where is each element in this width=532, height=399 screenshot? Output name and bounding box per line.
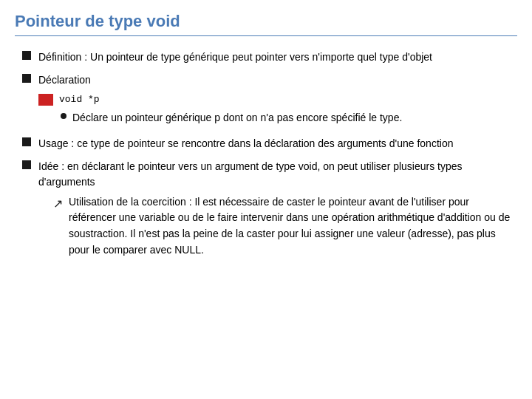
page: Pointeur de type void Définition : Un po… [0,0,532,399]
bullet-icon [22,74,31,83]
definition-text: Définition : Un pointeur de type génériq… [38,50,517,65]
coercion-item: ↗ Utilisation de la coercition : Il est … [53,194,517,259]
red-square-icon [38,94,53,106]
code-row: void *p [38,92,517,107]
list-item: Usage : ce type de pointeur se rencontre… [22,136,517,151]
sub-bullet-item: Déclare un pointeur générique p dont on … [61,110,517,126]
usage-text: Usage : ce type de pointeur se rencontre… [38,136,517,151]
content-area: Définition : Un pointeur de type génériq… [15,50,517,258]
list-item: Idée : en déclarant le pointeur vers un … [22,159,517,259]
bullet-icon [22,137,31,146]
list-item: Définition : Un pointeur de type génériq… [22,50,517,65]
arrow-icon: ↗ [53,195,63,213]
bullet-icon [22,160,31,169]
page-title: Pointeur de type void [15,12,517,36]
idee-container: Idée : en déclarant le pointeur vers un … [38,159,517,259]
bullet-icon [22,51,31,60]
declaration-block: void *p Déclare un pointeur générique p … [38,92,517,126]
sub-bullet-text: Déclare un pointeur générique p dont on … [72,110,517,126]
code-snippet: void *p [59,92,100,107]
list-item: Déclaration void *p Déclare un pointeur … [22,72,517,129]
sub-bullet-dot-icon [61,113,66,119]
idee-text: Idée : en déclarant le pointeur vers un … [38,160,463,188]
declaration-container: Déclaration void *p Déclare un pointeur … [38,72,517,129]
declaration-label: Déclaration [38,74,91,86]
coercion-text: Utilisation de la coercition : Il est né… [69,194,517,259]
